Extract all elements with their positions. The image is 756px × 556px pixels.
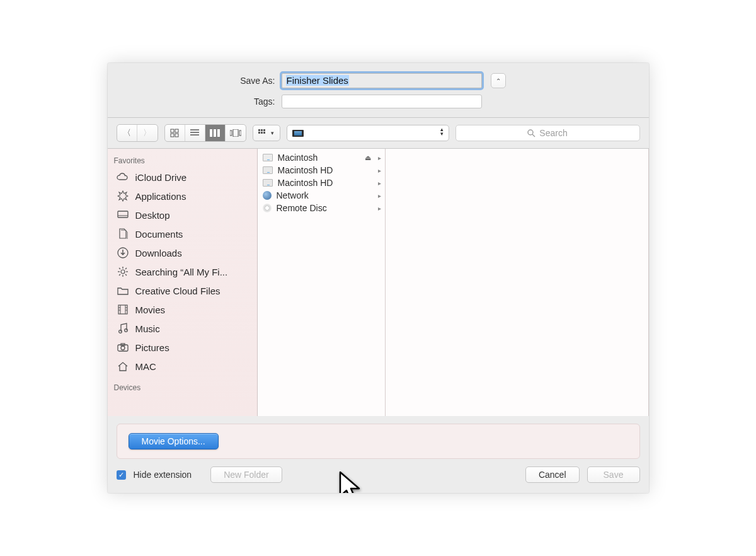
search-placeholder: Search	[539, 128, 567, 138]
eject-icon[interactable]: ⏏	[365, 154, 371, 162]
columns-icon	[210, 129, 220, 137]
chevron-up-icon: ⌃	[496, 78, 501, 84]
search-icon	[527, 129, 536, 137]
view-icon-button[interactable]	[165, 125, 185, 141]
svg-line-30	[125, 274, 127, 275]
nav-buttons: 〈 〉	[117, 124, 158, 142]
svg-line-31	[119, 274, 120, 275]
svg-rect-14	[261, 129, 263, 131]
search-input[interactable]: Search	[455, 125, 640, 141]
movie-options-button[interactable]: Movie Options...	[129, 433, 219, 449]
svg-rect-1	[175, 129, 178, 132]
sidebar-item-creativecloud[interactable]: Creative Cloud Files	[108, 281, 257, 300]
sidebar-item-home[interactable]: MAC	[108, 357, 257, 376]
hide-extension-checkbox[interactable]: ✓	[117, 470, 126, 480]
arrange-button[interactable]: ▾	[253, 125, 280, 141]
column-item[interactable]: Macintosh HD ▸	[258, 164, 385, 177]
coverflow-icon	[230, 129, 241, 137]
svg-line-29	[119, 268, 120, 269]
column-item[interactable]: Remote Disc ▸	[258, 202, 385, 214]
sidebar-item-downloads[interactable]: Downloads	[108, 243, 257, 262]
file-column: Macintosh ⏏ ▸ Macintosh HD ▸ Macintosh H…	[258, 149, 386, 416]
svg-rect-0	[171, 129, 174, 132]
collapse-button[interactable]: ⌃	[491, 73, 506, 88]
svg-rect-12	[239, 130, 241, 136]
chevron-right-icon: ▸	[378, 205, 381, 212]
globe-icon	[263, 191, 272, 200]
sidebar-item-documents[interactable]: Documents	[108, 224, 257, 243]
sidebar-item-label: Desktop	[135, 210, 170, 221]
column-item[interactable]: Macintosh HD ▸	[258, 177, 385, 189]
downloads-icon	[117, 247, 129, 258]
chevron-right-icon: 〉	[143, 127, 151, 139]
sidebar-item-label: MAC	[135, 361, 156, 372]
svg-rect-11	[233, 129, 238, 137]
updown-icon: ▴▾	[440, 127, 444, 136]
view-list-button[interactable]	[185, 125, 205, 141]
pictures-icon	[117, 342, 129, 353]
tags-label: Tags:	[108, 96, 277, 107]
sidebar-item-search[interactable]: Searching “All My Fi...	[108, 262, 257, 281]
sidebar-item-applications[interactable]: Applications	[108, 187, 257, 206]
sidebar-item-pictures[interactable]: Pictures	[108, 338, 257, 357]
hide-extension-label: Hide extension	[134, 470, 192, 480]
view-buttons	[164, 124, 246, 142]
svg-line-20	[532, 134, 535, 137]
music-icon	[117, 323, 129, 334]
column-item-label: Network	[277, 190, 309, 200]
sidebar-item-label: iCloud Drive	[135, 172, 187, 183]
sidebar: Favorites iCloud Drive Applications Desk…	[108, 149, 258, 416]
options-bar: Movie Options...	[117, 424, 640, 459]
svg-point-19	[528, 130, 533, 135]
new-folder-button[interactable]: New Folder	[210, 466, 282, 483]
column-item[interactable]: Network ▸	[258, 189, 385, 202]
sidebar-item-icloud[interactable]: iCloud Drive	[108, 168, 257, 187]
chevron-right-icon: ▸	[378, 192, 381, 199]
check-icon: ✓	[118, 471, 124, 479]
save-as-input[interactable]: Finisher Slides	[282, 73, 482, 88]
sidebar-item-label: Downloads	[135, 248, 182, 258]
sidebar-item-label: Searching “All My Fi...	[135, 267, 228, 277]
drive-icon	[263, 179, 273, 187]
folder-icon	[117, 285, 129, 296]
view-coverflow-button[interactable]	[226, 125, 246, 141]
chevron-right-icon: ▸	[378, 167, 381, 174]
svg-rect-16	[258, 132, 260, 134]
svg-rect-21	[118, 211, 128, 217]
svg-rect-13	[258, 129, 260, 131]
apps-icon	[117, 190, 129, 202]
file-column-empty	[386, 149, 649, 416]
desktop-icon	[117, 209, 129, 221]
list-icon	[190, 129, 199, 137]
svg-rect-33	[118, 305, 127, 314]
disc-icon	[263, 204, 272, 212]
drive-icon	[263, 166, 273, 174]
svg-rect-9	[217, 129, 220, 137]
sidebar-header-favorites: Favorites	[108, 154, 257, 168]
chevron-down-icon: ▾	[271, 130, 274, 136]
sidebar-item-desktop[interactable]: Desktop	[108, 206, 257, 224]
gear-icon	[117, 266, 129, 277]
save-form-area: Save As: Finisher Slides ⌃ Tags:	[108, 63, 649, 118]
svg-point-24	[121, 270, 125, 274]
save-button[interactable]: Save	[587, 466, 640, 483]
cancel-button[interactable]: Cancel	[525, 466, 580, 483]
forward-button[interactable]: 〉	[137, 125, 158, 141]
back-button[interactable]: 〈	[117, 125, 137, 141]
svg-rect-2	[171, 134, 174, 137]
svg-rect-3	[175, 134, 178, 137]
sidebar-item-music[interactable]: Music	[108, 319, 257, 338]
svg-rect-18	[263, 132, 265, 134]
tags-input[interactable]	[282, 95, 482, 108]
sidebar-item-movies[interactable]: Movies	[108, 300, 257, 319]
svg-line-32	[125, 268, 127, 269]
sidebar-item-label: Movies	[135, 304, 166, 315]
column-item[interactable]: Macintosh ⏏ ▸	[258, 151, 385, 164]
footer: ✓ Hide extension New Folder Cancel Save	[108, 463, 649, 493]
grid-icon	[170, 129, 179, 137]
view-column-button[interactable]	[205, 125, 226, 141]
save-dialog: Save As: Finisher Slides ⌃ Tags: 〈 〉	[108, 63, 649, 493]
column-item-label: Macintosh	[278, 153, 318, 163]
location-select[interactable]: ▴▾	[287, 125, 449, 141]
chevron-right-icon: ▸	[378, 154, 381, 161]
